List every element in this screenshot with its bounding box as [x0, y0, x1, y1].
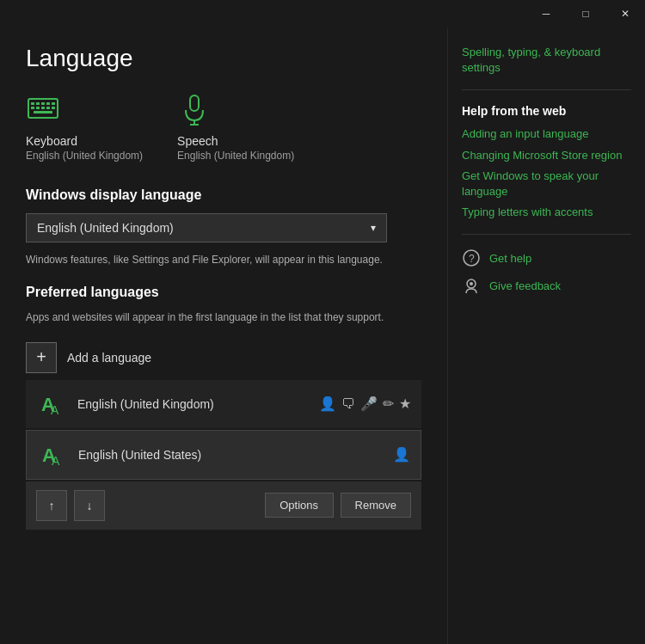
- titlebar: ─ □ ✕: [0, 0, 645, 28]
- devices-row: Keyboard English (United Kingdom) Speech…: [26, 93, 421, 162]
- titlebar-controls: ─ □ ✕: [526, 0, 645, 28]
- svg-rect-5: [52, 102, 55, 105]
- lang-action-person-icon: 👤: [319, 396, 336, 412]
- help-web-title: Help from the web: [462, 104, 631, 118]
- svg-rect-4: [46, 102, 50, 105]
- sidebar: Spelling, typing, & keyboard settings He…: [447, 28, 645, 644]
- display-language-title: Windows display language: [26, 187, 421, 203]
- get-help-label: Get help: [489, 252, 531, 265]
- give-feedback-label: Give feedback: [489, 279, 561, 292]
- add-language-button[interactable]: + Add a language: [26, 342, 421, 373]
- svg-rect-2: [36, 102, 40, 105]
- give-feedback-icon: [462, 276, 481, 295]
- svg-rect-10: [52, 107, 55, 109]
- svg-rect-1: [31, 102, 34, 105]
- language-item-en-gb[interactable]: A A English (United Kingdom) 👤 🗨 🎤 ✏ ★: [26, 380, 421, 428]
- speech-icon: [177, 93, 212, 127]
- keyboard-subtitle: English (United Kingdom): [26, 150, 143, 162]
- svg-rect-12: [190, 95, 199, 111]
- sidebar-divider-2: [462, 234, 631, 235]
- lang-action-edit-icon: ✏: [383, 396, 394, 412]
- svg-rect-3: [41, 102, 45, 105]
- close-button[interactable]: ✕: [605, 0, 645, 28]
- minimize-button[interactable]: ─: [526, 0, 566, 28]
- maximize-button[interactable]: □: [566, 0, 605, 28]
- display-language-dropdown[interactable]: English (United Kingdom) ▾: [26, 213, 387, 242]
- language-actions-en-gb: 👤 🗨 🎤 ✏ ★: [319, 396, 411, 412]
- page-title: Language: [26, 45, 421, 72]
- svg-rect-7: [36, 107, 40, 109]
- svg-rect-8: [41, 107, 45, 109]
- speech-device[interactable]: Speech English (United Kingdom): [177, 93, 294, 162]
- speech-name: Speech: [177, 134, 218, 148]
- display-language-dropdown-wrapper: English (United Kingdom) ▾: [26, 213, 421, 242]
- preferred-languages-desc: Apps and websites will appear in the fir…: [26, 310, 387, 325]
- plus-icon: +: [26, 342, 57, 373]
- adding-input-link[interactable]: Adding an input language: [462, 126, 631, 142]
- get-help-icon: ?: [462, 248, 481, 267]
- svg-rect-9: [46, 107, 50, 109]
- get-help-action[interactable]: ? Get help: [462, 248, 631, 267]
- language-icon-en-gb: A A: [36, 389, 67, 420]
- svg-text:?: ?: [469, 253, 475, 265]
- remove-button[interactable]: Remove: [341, 493, 411, 518]
- lang-action-star-icon: ★: [399, 396, 411, 412]
- language-name-en-gb: English (United Kingdom): [77, 397, 319, 411]
- language-actions-en-us: 👤: [393, 446, 410, 463]
- keyboard-device[interactable]: Keyboard English (United Kingdom): [26, 93, 143, 162]
- svg-rect-11: [34, 111, 52, 113]
- keyboard-icon: [26, 93, 60, 127]
- content-area: Language: [0, 28, 645, 644]
- changing-store-link[interactable]: Changing Microsoft Store region: [462, 148, 631, 163]
- chevron-down-icon: ▾: [371, 222, 376, 234]
- give-feedback-action[interactable]: Give feedback: [462, 276, 631, 295]
- options-button[interactable]: Options: [265, 493, 334, 518]
- move-down-button[interactable]: ↓: [74, 490, 105, 521]
- lang-action-person-icon-us: 👤: [393, 446, 410, 463]
- sidebar-divider-1: [462, 89, 631, 90]
- dropdown-value: English (United Kingdom): [37, 221, 174, 235]
- add-language-label: Add a language: [67, 351, 151, 365]
- svg-text:A: A: [52, 454, 60, 468]
- bottom-controls: ↑ ↓ Options Remove: [26, 481, 421, 530]
- speech-subtitle: English (United Kingdom): [177, 150, 294, 162]
- move-up-button[interactable]: ↑: [36, 490, 67, 521]
- svg-point-22: [470, 282, 473, 285]
- svg-rect-6: [31, 107, 34, 109]
- get-windows-speak-link[interactable]: Get Windows to speak your language: [462, 169, 631, 199]
- keyboard-name: Keyboard: [26, 134, 77, 148]
- language-item-en-us[interactable]: A A English (United States) 👤: [26, 430, 421, 480]
- language-icon-en-us: A A: [37, 439, 68, 470]
- language-name-en-us: English (United States): [78, 448, 393, 462]
- spelling-typing-link[interactable]: Spelling, typing, & keyboard settings: [462, 45, 631, 76]
- preferred-languages-title: Preferred languages: [26, 285, 421, 300]
- svg-text:A: A: [51, 403, 59, 417]
- typing-letters-link[interactable]: Typing letters with accents: [462, 205, 631, 220]
- lang-action-mic-icon: 🎤: [360, 396, 378, 412]
- lang-action-speech-icon: 🗨: [341, 396, 355, 412]
- main-content: Language: [0, 28, 447, 644]
- display-language-desc: Windows features, like Settings and File…: [26, 253, 387, 267]
